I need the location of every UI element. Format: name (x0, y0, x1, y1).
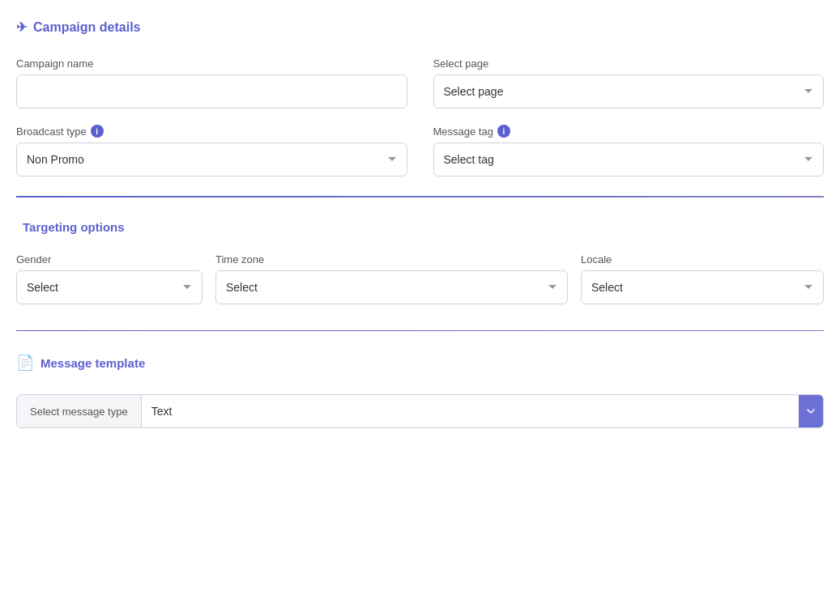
gender-dropdown[interactable]: Select (16, 270, 203, 304)
divider-1 (16, 196, 824, 198)
campaign-name-input[interactable] (16, 74, 407, 108)
message-type-dropdown[interactable]: Text (142, 395, 799, 427)
campaign-icon: ✈ (16, 19, 27, 35)
targeting-title: Targeting options (16, 220, 824, 234)
message-tag-dropdown[interactable]: Select tag (433, 142, 825, 176)
select-page-label: Select page (433, 57, 825, 70)
message-tag-info-icon[interactable]: i (497, 125, 510, 138)
message-template-title: Message template (41, 356, 145, 370)
campaign-form-grid: Campaign name Select page Select page Br… (16, 57, 824, 176)
timezone-dropdown[interactable]: Select (215, 270, 568, 304)
message-template-section: 📄 Message template Select message type T… (16, 354, 824, 428)
page-container: ✈ Campaign details Campaign name Select … (0, 0, 840, 448)
message-template-header: 📄 Message template (16, 354, 824, 372)
gender-label: Gender (16, 253, 203, 266)
campaign-details-title: Campaign details (33, 20, 140, 35)
campaign-name-label: Campaign name (16, 57, 407, 70)
targeting-section: Targeting options Gender Select Time zon… (16, 220, 824, 304)
locale-group: Locale Select (581, 253, 824, 304)
locale-dropdown[interactable]: Select (581, 270, 824, 304)
campaign-details-header: ✈ Campaign details (16, 19, 824, 35)
message-type-arrow-button[interactable] (799, 395, 823, 427)
select-page-dropdown[interactable]: Select page (433, 74, 825, 108)
timezone-group: Time zone Select (215, 253, 568, 304)
broadcast-type-dropdown[interactable]: Non Promo (16, 142, 407, 176)
broadcast-type-info-icon[interactable]: i (91, 125, 104, 138)
message-tag-group: Message tag i Select tag (433, 125, 825, 176)
timezone-label: Time zone (215, 253, 568, 266)
message-tag-label: Message tag i (433, 125, 825, 138)
chevron-down-icon (807, 409, 815, 414)
targeting-grid: Gender Select Time zone Select Locale Se… (16, 253, 824, 304)
message-template-icon: 📄 (16, 354, 34, 372)
divider-2 (16, 330, 824, 332)
gender-group: Gender Select (16, 253, 203, 304)
message-type-label: Select message type (17, 395, 142, 427)
select-page-group: Select page Select page (433, 57, 825, 108)
broadcast-type-group: Broadcast type i Non Promo (16, 125, 407, 176)
broadcast-type-label: Broadcast type i (16, 125, 407, 138)
message-type-bar: Select message type Text (16, 394, 824, 428)
locale-label: Locale (581, 253, 824, 266)
campaign-name-group: Campaign name (16, 57, 407, 108)
